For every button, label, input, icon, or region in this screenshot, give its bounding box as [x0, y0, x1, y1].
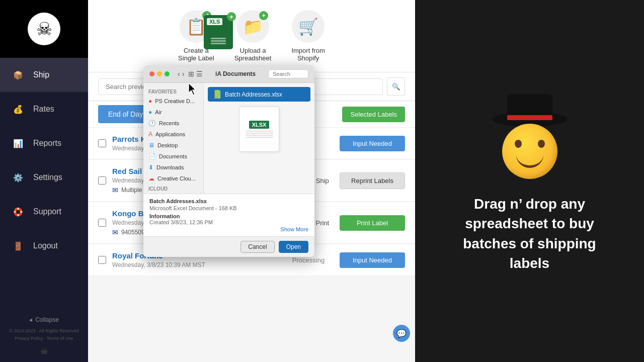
- xlsx-file-icon: 📗: [212, 89, 222, 99]
- mac-sidebar: Favorites ● PS Creative D... ● Air 🕐 Rec…: [143, 83, 204, 194]
- file-info-panel: Batch Addresses.xlsx Microsoft Excel Doc…: [143, 194, 314, 236]
- sidebar-label-reports: Reports: [33, 139, 61, 148]
- sidebar-ps-creative[interactable]: ● PS Creative D...: [143, 96, 203, 107]
- print-label-button[interactable]: Print Label: [340, 215, 405, 231]
- right-eye: [538, 140, 545, 148]
- footer-skull-icon: ☠: [40, 346, 48, 357]
- sidebar-label-settings: Settings: [33, 173, 62, 182]
- nav-items: 📦 Ship 💰 Rates 📊 Reports ⚙️ Settings 🛟 S…: [0, 58, 88, 309]
- input-needed-button-3[interactable]: Input Needed: [340, 252, 405, 268]
- sidebar-item-ship[interactable]: 📦 Ship: [0, 58, 88, 92]
- mac-window-controls: [149, 71, 170, 76]
- batch-addresses-file[interactable]: 📗 Batch Addresses.xlsx: [208, 87, 310, 102]
- picker-title: iA Documents: [207, 70, 264, 77]
- skull-icon: ☠: [36, 19, 52, 40]
- close-window-button[interactable]: [149, 71, 154, 76]
- sidebar-desktop[interactable]: 🖥 Desktop: [143, 140, 203, 151]
- view-list-button[interactable]: ☰: [196, 70, 203, 78]
- shipment-checkbox[interactable]: [98, 219, 106, 227]
- file-info-name: Batch Addresses.xlsx: [149, 198, 308, 204]
- import-shopify-action[interactable]: 🛒 Import fromShopify: [291, 10, 325, 62]
- logo: ☠: [28, 13, 60, 45]
- maximize-window-button[interactable]: [165, 71, 170, 76]
- support-icon: 🛟: [10, 204, 26, 220]
- xlsx-preview: XLSX: [208, 107, 310, 152]
- view-icon-button[interactable]: ⊞: [188, 70, 194, 78]
- search-button[interactable]: 🔍: [387, 77, 405, 96]
- face-circle: [502, 124, 557, 179]
- usps-icon: ✉: [112, 186, 118, 194]
- top-actions: 📋 ✓ Create aSingle Label 📁 + Upload aSpr…: [88, 0, 415, 72]
- minimize-window-button[interactable]: [157, 71, 162, 76]
- smile: [516, 154, 543, 168]
- sidebar-item-logout[interactable]: 🚪 Logout: [0, 229, 88, 263]
- sidebar-documents[interactable]: 📄 Documents: [143, 151, 203, 162]
- sidebar-applications[interactable]: A Applications: [143, 129, 203, 140]
- show-more-link[interactable]: Show More: [280, 226, 308, 232]
- sidebar-creative-cloud[interactable]: ☁ Creative Clou...: [143, 173, 203, 184]
- mac-main-area: 📗 Batch Addresses.xlsx XLSX: [204, 83, 314, 194]
- file-info-section: Information: [149, 213, 308, 219]
- forward-button[interactable]: ›: [182, 70, 185, 78]
- xls-label: XLS: [207, 18, 222, 25]
- rates-icon: 💰: [10, 101, 26, 117]
- file-name: Batch Addresses.xlsx: [225, 91, 282, 98]
- upload-spreadsheet-action[interactable]: 📁 + Upload aSpreadsheet: [234, 10, 272, 62]
- sidebar-item-settings[interactable]: ⚙️ Settings: [0, 160, 88, 195]
- mac-picker-nav: ‹ ›: [178, 70, 184, 78]
- import-shopify-icon: 🛒: [292, 10, 325, 43]
- picker-search[interactable]: [268, 69, 308, 78]
- back-button[interactable]: ‹: [178, 70, 180, 78]
- cowboy-emoji: [490, 89, 570, 179]
- sidebar-bottom: ◂ Collapse © 2014-2023 · All Rights Rese…: [4, 309, 84, 362]
- promo-text: Drag n’ drop any spreadsheet to buy batc…: [442, 194, 618, 273]
- collapse-label: Collapse: [35, 316, 59, 323]
- shipment-status: Processing: [283, 256, 334, 264]
- sidebar: ☠ 📦 Ship 💰 Rates 📊 Reports ⚙️ Settings 🛟: [0, 0, 88, 362]
- left-eye: [515, 140, 522, 148]
- right-promo-panel: Drag n’ drop any spreadsheet to buy batc…: [415, 0, 644, 362]
- xls-badge: +: [227, 12, 236, 21]
- import-shopify-text: Import fromShopify: [291, 47, 325, 62]
- upload-spreadsheet-icon: 📁 +: [236, 10, 269, 43]
- sidebar-label-logout: Logout: [33, 241, 58, 250]
- mac-picker-body: Favorites ● PS Creative D... ● Air 🕐 Rec…: [143, 83, 314, 194]
- xls-drag-icon: XLS +: [204, 15, 233, 49]
- favorites-header: Favorites: [143, 87, 203, 96]
- usps-icon: ✉: [112, 228, 118, 236]
- mac-file-picker: ‹ › ⊞ ☰ iA Documents Favorites ● PS Crea…: [143, 65, 314, 257]
- sidebar-air[interactable]: ● Air: [143, 107, 203, 118]
- svg-rect-2: [507, 115, 552, 120]
- sidebar-item-reports[interactable]: 📊 Reports: [0, 126, 88, 160]
- settings-icon: ⚙️: [10, 169, 26, 186]
- upload-spreadsheet-text: Upload aSpreadsheet: [234, 47, 272, 62]
- sidebar-icloud-drive[interactable]: ☁ iCloud Drive: [143, 193, 203, 194]
- shipment-checkbox[interactable]: [98, 139, 106, 147]
- emoji-container: [490, 89, 570, 179]
- icloud-header: iCloud: [143, 184, 203, 193]
- file-info-created: Created 3/8/23, 12:36 PM: [149, 219, 308, 225]
- sidebar-recents[interactable]: 🕐 Recents: [143, 118, 203, 129]
- file-info-type: Microsoft Excel Document - 168 KB: [149, 205, 308, 211]
- shipment-date: Wednesday, 3/8/23 10:39 AM MST: [112, 261, 277, 268]
- mac-picker-header: ‹ › ⊞ ☰ iA Documents: [143, 65, 314, 83]
- sidebar-downloads[interactable]: ⬇ Downloads: [143, 162, 203, 173]
- selected-labels-button[interactable]: Selected Labels: [342, 107, 405, 122]
- hat-svg: [490, 89, 570, 129]
- sidebar-label-rates: Rates: [33, 105, 54, 114]
- collapse-button[interactable]: ◂ Collapse: [25, 314, 63, 325]
- shipment-checkbox[interactable]: [98, 256, 106, 264]
- sidebar-label-ship: Ship: [33, 70, 49, 79]
- spreadsheet-lines: [211, 38, 226, 44]
- cancel-button[interactable]: Cancel: [240, 241, 274, 253]
- sidebar-label-support: Support: [33, 207, 61, 216]
- chat-bubble-button[interactable]: 💬: [393, 325, 410, 342]
- shipment-checkbox[interactable]: [98, 176, 106, 185]
- open-button[interactable]: Open: [279, 241, 308, 253]
- reprint-labels-button[interactable]: Reprint Labels: [340, 172, 405, 189]
- sidebar-item-support[interactable]: 🛟 Support: [0, 195, 88, 229]
- sidebar-item-rates[interactable]: 💰 Rates: [0, 92, 88, 126]
- logout-icon: 🚪: [10, 238, 26, 254]
- input-needed-button-0[interactable]: Input Needed: [340, 136, 405, 151]
- mac-picker-footer: Cancel Open: [143, 236, 314, 257]
